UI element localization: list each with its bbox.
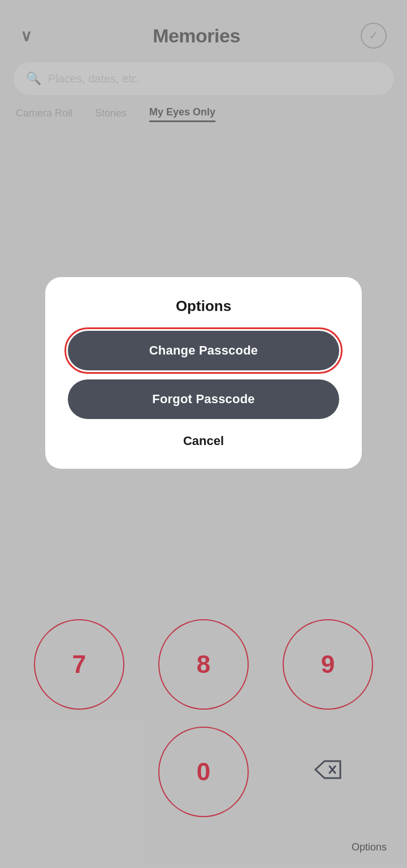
backspace-button[interactable]: [283, 727, 373, 817]
keypad-row-1: 7 8 9: [34, 619, 373, 710]
keypad-key-empty: [34, 727, 124, 817]
backspace-icon: [313, 759, 343, 785]
keypad-key-0[interactable]: 0: [158, 727, 249, 817]
modal-title: Options: [176, 297, 231, 315]
keypad-key-7[interactable]: 7: [34, 619, 124, 710]
keypad-key-9[interactable]: 9: [283, 619, 373, 710]
cancel-button[interactable]: Cancel: [183, 434, 224, 448]
footer-options-label[interactable]: Options: [352, 841, 387, 853]
change-passcode-button[interactable]: Change Passcode: [68, 331, 339, 370]
keypad-key-8[interactable]: 8: [158, 619, 249, 710]
forgot-passcode-button[interactable]: Forgot Passcode: [68, 379, 339, 419]
keypad: 7 8 9 0: [0, 619, 407, 834]
keypad-row-2: 0: [34, 727, 373, 817]
options-modal: Options Change Passcode Forgot Passcode …: [45, 277, 362, 469]
